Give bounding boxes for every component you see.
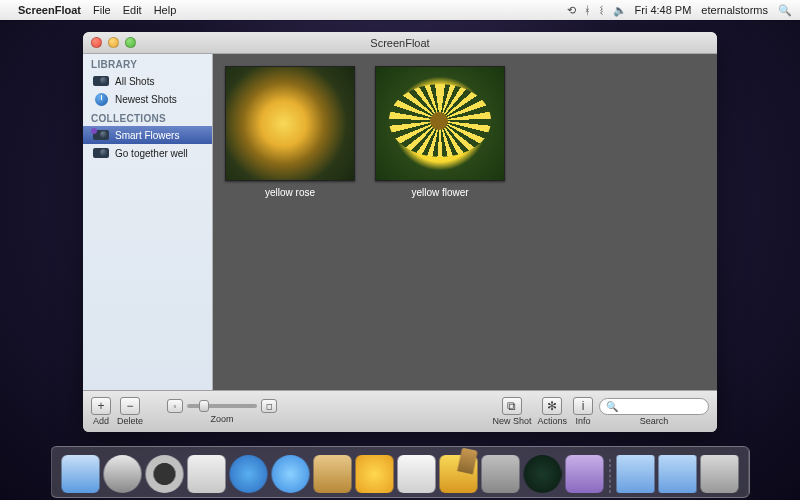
toolbar-label: Delete [117, 416, 143, 426]
dock-iphoto-icon[interactable] [356, 455, 394, 493]
actions-button[interactable]: ✻ Actions [537, 397, 567, 426]
dock-dashboard-icon[interactable] [146, 455, 184, 493]
camera-shot-icon: ⧉ [502, 397, 522, 415]
volume-icon[interactable]: 🔈 [613, 4, 627, 17]
dock-safari-icon[interactable] [230, 455, 268, 493]
dock-mail-icon[interactable] [188, 455, 226, 493]
search-icon: 🔍 [606, 401, 618, 412]
menu-edit[interactable]: Edit [123, 4, 142, 16]
thumbnail-label: yellow flower [411, 187, 468, 198]
sidebar-item-label: Go together well [115, 148, 188, 159]
sidebar-item-label: Newest Shots [115, 94, 177, 105]
menubar-user[interactable]: eternalstorms [701, 4, 768, 16]
sidebar-item-label: All Shots [115, 76, 154, 87]
plus-icon: + [91, 397, 111, 415]
toolbar-label: Search [640, 416, 669, 426]
dock-imovie-icon[interactable] [398, 455, 436, 493]
new-shot-button[interactable]: ⧉ New Shot [492, 397, 531, 426]
wifi-icon[interactable]: ⧙ [599, 4, 605, 16]
sidebar-item-label: Smart Flowers [115, 130, 179, 141]
toolbar-label: Zoom [211, 414, 234, 424]
slider-knob[interactable] [199, 400, 209, 412]
thumbnail-image [225, 66, 355, 181]
dock-folder-icon[interactable] [617, 455, 655, 493]
sidebar-item-all-shots[interactable]: All Shots [83, 72, 212, 90]
dock-finder-icon[interactable] [62, 455, 100, 493]
thumbnail-grid: yellow rose yellow flower [213, 54, 717, 390]
bottom-toolbar: + Add − Delete ▫ ◻ Zoom ⧉ New Shot ✻ Act… [83, 390, 717, 432]
menubar-clock[interactable]: Fri 4:48 PM [635, 4, 692, 16]
camera-icon [93, 74, 109, 88]
info-icon: i [573, 397, 593, 415]
dock-trash-icon[interactable] [701, 455, 739, 493]
bluetooth-icon[interactable]: ᚼ [584, 4, 591, 16]
dock-appstore-icon[interactable] [104, 455, 142, 493]
zoom-out-icon[interactable]: ▫ [167, 399, 183, 413]
toolbar-label: Info [575, 416, 590, 426]
app-menu[interactable]: ScreenFloat [18, 4, 81, 16]
clock-icon [93, 92, 109, 106]
menu-file[interactable]: File [93, 4, 111, 16]
toolbar-label: Add [93, 416, 109, 426]
window-titlebar[interactable]: ScreenFloat [83, 32, 717, 54]
camera-icon [93, 146, 109, 160]
toolbar-label: Actions [537, 416, 567, 426]
add-button[interactable]: + Add [91, 397, 111, 426]
sidebar-item-go-together-well[interactable]: Go together well [83, 144, 212, 162]
info-button[interactable]: i Info [573, 397, 593, 426]
dock-app-icon[interactable] [566, 455, 604, 493]
thumbnail-label: yellow rose [265, 187, 315, 198]
sidebar: LIBRARY All Shots Newest Shots COLLECTIO… [83, 54, 213, 390]
minus-icon: − [120, 397, 140, 415]
timemachine-icon[interactable]: ⟲ [567, 4, 576, 17]
close-button[interactable] [91, 37, 102, 48]
thumbnail-image [375, 66, 505, 181]
system-menubar: ScreenFloat File Edit Help ⟲ ᚼ ⧙ 🔈 Fri 4… [0, 0, 800, 20]
delete-button[interactable]: − Delete [117, 397, 143, 426]
smart-camera-icon [93, 128, 109, 142]
dock-ichat-icon[interactable] [272, 455, 310, 493]
gear-icon: ✻ [542, 397, 562, 415]
window-title: ScreenFloat [83, 37, 717, 49]
dock-timemachine-icon[interactable] [524, 455, 562, 493]
thumbnail-item[interactable]: yellow flower [375, 66, 505, 198]
zoom-slider[interactable]: ▫ ◻ Zoom [167, 399, 277, 424]
app-window: ScreenFloat LIBRARY All Shots Newest Sho… [83, 32, 717, 432]
dock-garageband-icon[interactable] [440, 455, 478, 493]
slider-track[interactable] [187, 404, 257, 408]
thumbnail-item[interactable]: yellow rose [225, 66, 355, 198]
spotlight-icon[interactable]: 🔍 [778, 4, 792, 17]
zoom-button[interactable] [125, 37, 136, 48]
dock [51, 446, 750, 498]
minimize-button[interactable] [108, 37, 119, 48]
sidebar-heading-collections: COLLECTIONS [83, 108, 212, 126]
sidebar-item-smart-flowers[interactable]: Smart Flowers [83, 126, 212, 144]
menu-help[interactable]: Help [154, 4, 177, 16]
sidebar-heading-library: LIBRARY [83, 54, 212, 72]
dock-systemprefs-icon[interactable] [482, 455, 520, 493]
dock-addressbook-icon[interactable] [314, 455, 352, 493]
dock-folder-icon[interactable] [659, 455, 697, 493]
toolbar-label: New Shot [492, 416, 531, 426]
sidebar-item-newest-shots[interactable]: Newest Shots [83, 90, 212, 108]
zoom-in-icon[interactable]: ◻ [261, 399, 277, 413]
dock-separator [610, 459, 611, 493]
search-input[interactable]: 🔍 [599, 398, 709, 415]
